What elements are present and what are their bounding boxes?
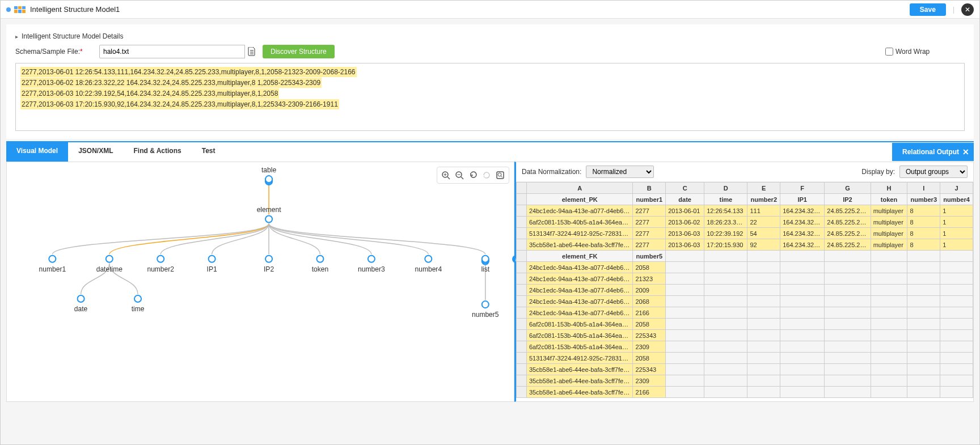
table-row[interactable]: 6af2c081-153b-40b5-a1a4-364ea…2309	[517, 341, 973, 353]
table-row[interactable]: 24bc1edc-94aa-413e-a077-d4eb6…2009	[517, 285, 973, 296]
tree-node-IP2[interactable]: IP2	[264, 256, 274, 273]
tree-node-number3[interactable]: number3	[358, 256, 385, 273]
display-by-select[interactable]: Output groups	[899, 166, 968, 178]
svg-point-38	[134, 295, 141, 302]
table-row[interactable]: 513134f7-3224-4912-925c-728313…2058	[517, 353, 973, 364]
table-row[interactable]: 35cb58e1-abe6-44ee-bafa-3cff7fe…2166	[517, 387, 973, 398]
table-row[interactable]: 24bc1edc-94aa-413e-a077-d4eb6…2058	[517, 262, 973, 273]
table-row[interactable]: 6af2c081-153b-40b5-a1a4-364ea…225343	[517, 330, 973, 341]
close-icon[interactable]: ✕	[961, 3, 974, 16]
file-picker-icon[interactable]	[244, 45, 258, 58]
svg-point-20	[157, 256, 164, 262]
table-row[interactable]: 513134f7-3224-4912-925c-728313…22772013-…	[517, 228, 973, 239]
normalization-label: Data Normalization:	[522, 168, 581, 176]
svg-text:number5: number5	[472, 311, 499, 319]
relational-grid[interactable]: ABCDEFGHIJ element_PKnumber1datetimenumb…	[516, 182, 973, 398]
svg-text:table: table	[261, 166, 276, 174]
svg-point-14	[265, 215, 272, 222]
svg-point-24	[265, 256, 272, 262]
table-row[interactable]: 35cb58e1-abe6-44ee-bafa-3cff7fe…22772013…	[517, 239, 973, 251]
table-row[interactable]: 24bc1edc-94aa-413e-a077-d4eb6…2068	[517, 296, 973, 307]
tab-find-actions[interactable]: Find & Actions	[123, 142, 191, 162]
table-row[interactable]: 6af2c081-153b-40b5-a1a4-364ea…2058	[517, 319, 973, 330]
svg-point-16	[49, 256, 56, 262]
tree-node-IP1[interactable]: IP1	[207, 256, 217, 273]
display-by-label: Display by:	[861, 168, 895, 176]
tree-node-table[interactable]: table	[261, 166, 276, 185]
schema-file-label: Schema/Sample File:*	[15, 48, 95, 56]
sample-data-preview: 2277,2013-06-01 12:26:54.133,111,164.234…	[15, 63, 965, 131]
svg-text:list: list	[481, 265, 489, 273]
svg-point-12	[265, 176, 272, 183]
tree-node-number5[interactable]: number5	[472, 301, 499, 319]
model-tree[interactable]: tableelementnumber1datetimenumber2IP1IP2…	[7, 162, 514, 401]
svg-text:date: date	[74, 305, 88, 313]
svg-text:element: element	[257, 206, 282, 214]
tree-node-list[interactable]: list	[481, 256, 489, 273]
table-row[interactable]: 6af2c081-153b-40b5-a1a4-364ea…22772013-0…	[517, 217, 973, 228]
tree-node-number1[interactable]: number1	[39, 256, 66, 273]
schema-file-input[interactable]	[99, 45, 258, 58]
tree-node-number2[interactable]: number2	[147, 256, 174, 273]
svg-point-18	[106, 256, 113, 262]
svg-point-26	[316, 256, 323, 262]
page-title: Intelligent Structure Model1	[30, 5, 120, 14]
word-wrap-checkbox[interactable]	[885, 48, 893, 56]
discover-structure-button[interactable]: Discover Structure	[263, 45, 335, 58]
svg-text:number4: number4	[415, 265, 442, 273]
app-logo-icon	[14, 6, 26, 13]
svg-point-22	[209, 256, 216, 262]
svg-point-34	[482, 256, 489, 262]
svg-text:number1: number1	[39, 265, 66, 273]
svg-text:IP1: IP1	[207, 265, 217, 273]
svg-text:IP2: IP2	[264, 265, 274, 273]
table-row[interactable]: 35cb58e1-abe6-44ee-bafa-3cff7fe…2309	[517, 375, 973, 387]
table-row[interactable]: 24bc1edc-94aa-413e-a077-d4eb6…21323	[517, 273, 973, 285]
tree-node-token[interactable]: token	[312, 256, 328, 273]
unsaved-dot-icon	[6, 7, 11, 12]
tree-node-time[interactable]: time	[132, 295, 145, 313]
save-button[interactable]: Save	[910, 3, 946, 16]
tab-relational-output[interactable]: Relational Output ✕	[892, 143, 974, 161]
svg-text:number3: number3	[358, 265, 385, 273]
svg-text:number2: number2	[147, 265, 174, 273]
svg-point-30	[425, 256, 432, 262]
svg-text:token: token	[312, 265, 328, 273]
details-toggle[interactable]: Intelligent Structure Model Details	[15, 32, 965, 40]
tree-node-number4[interactable]: number4	[415, 256, 442, 273]
svg-point-28	[368, 256, 375, 262]
divider: |	[953, 6, 954, 14]
tree-node-date[interactable]: date	[74, 295, 88, 313]
svg-text:datetime: datetime	[96, 265, 123, 273]
svg-point-40	[482, 301, 489, 308]
svg-text:time: time	[132, 305, 145, 313]
tab-test[interactable]: Test	[192, 142, 226, 162]
table-row[interactable]: 35cb58e1-abe6-44ee-bafa-3cff7fe…225343	[517, 364, 973, 375]
normalization-select[interactable]: Normalized	[586, 166, 654, 178]
table-row[interactable]: 24bc1edc-94aa-413e-a077-d4eb6…22772013-0…	[517, 205, 973, 217]
close-relational-icon[interactable]: ✕	[962, 147, 969, 156]
word-wrap-toggle[interactable]: Word Wrap	[885, 48, 965, 56]
tab-visual-model[interactable]: Visual Model	[6, 142, 68, 162]
svg-point-36	[78, 295, 85, 302]
table-row[interactable]: 24bc1edc-94aa-413e-a077-d4eb6…2166	[517, 307, 973, 319]
tab-json-xml[interactable]: JSON/XML	[68, 142, 123, 162]
